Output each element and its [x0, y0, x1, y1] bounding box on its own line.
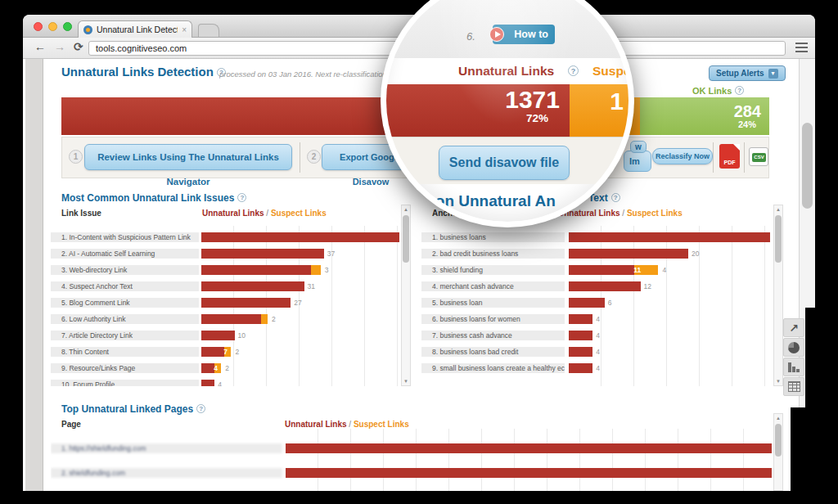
step-1-badge: 1: [69, 150, 83, 164]
suspect-bar: [311, 265, 321, 275]
chart-row: 1. In-Content with Suspicious Pattern Li…: [51, 232, 399, 242]
page-title: Unnatural Links Detection?: [61, 65, 226, 79]
chart-row-label: 1. https://shieldfunding.com: [51, 443, 282, 453]
chart-row-label: 2. AI - Automatic Self Learning: [51, 249, 199, 259]
unnatural-value-label: 4: [218, 380, 222, 386]
unnatural-bar: [569, 298, 605, 308]
chart-row: 4. merchant cash advance12: [421, 281, 772, 291]
import-disavow-button-fragment-2: w: [630, 141, 647, 153]
tab-title: Unnatural Link Detection: [97, 25, 178, 34]
chart-row: 9. small business loans create a healthy…: [421, 363, 772, 373]
tab-close-icon[interactable]: ×: [182, 25, 187, 34]
unnatural-value-label: 12: [644, 282, 651, 290]
table-grid-icon[interactable]: [783, 377, 804, 396]
pages-panel-title: Top Unnatural Linked Pages?: [61, 401, 205, 416]
unnatural-value-label: 11: [633, 266, 641, 274]
zoom-window-icon[interactable]: [63, 22, 72, 31]
browser-scrollbar-thumb[interactable]: [802, 123, 813, 209]
unnatural-bar: [569, 249, 688, 259]
page-left-gutter: [25, 59, 43, 491]
unnatural-bar: [569, 281, 641, 291]
unnatural-value-label: 4: [214, 364, 218, 372]
issues-scrollbar[interactable]: ▲ ▼: [401, 205, 411, 386]
ok-links-bar: 284 24%: [640, 97, 769, 135]
suspect-value-label: 4: [663, 266, 667, 274]
chart-row-label: 1. business loans: [421, 232, 565, 242]
unnatural-value-label: 4: [596, 315, 600, 323]
send-disavow-button[interactable]: Send disavow file: [439, 146, 570, 180]
chart-row: 7. Article Directory Link10: [51, 331, 399, 340]
chart-row-label: 6. business loans for women: [421, 314, 565, 324]
chart-row-label: 4. merchant cash advance: [421, 281, 565, 291]
unnatural-bar: [569, 331, 592, 340]
unnatural-value-label: 10: [238, 331, 246, 340]
pie-chart-icon[interactable]: [783, 338, 804, 357]
chart-row-label: 9. small business loans create a healthy…: [421, 363, 565, 373]
magnified-note-fragment: 6.: [466, 30, 475, 43]
chart-row-label: 2. shieldfunding.com: [51, 468, 282, 478]
anchors-scrollbar[interactable]: ▲ ▼: [773, 205, 783, 386]
crop-mask: [791, 407, 838, 504]
chart-row-label: 4. Suspect Anchor Text: [51, 281, 199, 291]
close-window-icon[interactable]: [34, 22, 43, 31]
chart-row-label: 10. Forum Profile: [51, 380, 199, 386]
suspect-links-value-fragment: 1: [610, 88, 624, 115]
step-2-badge: 2: [307, 150, 321, 164]
import-disavow-button-fragment[interactable]: Im: [624, 151, 651, 172]
forward-button[interactable]: →: [54, 40, 65, 53]
unnatural-value-label: 7: [223, 348, 228, 356]
suspect-value-label: 2: [225, 364, 229, 372]
new-tab-button[interactable]: [198, 24, 219, 37]
unnatural-value-label: 31: [308, 282, 315, 290]
suspect-value-label: 2: [235, 348, 239, 356]
chart-row-label: 9. Resource/Links Page: [51, 363, 199, 373]
chart-row-label: 3. Web-directory Link: [51, 265, 199, 275]
chart-row-label: 5. business loan: [421, 298, 565, 308]
unnatural-bar: [201, 298, 291, 308]
chart-row: 10. Forum Profile4: [51, 380, 399, 386]
menu-icon[interactable]: [795, 43, 808, 52]
bar-chart-icon[interactable]: [783, 358, 804, 376]
unnatural-bar: [569, 265, 634, 275]
setup-alerts-button[interactable]: Setup Alerts ▼: [709, 65, 786, 81]
unnatural-value-label: 37: [327, 250, 335, 258]
review-links-button[interactable]: Review Links Using The Unnatural Links N…: [84, 144, 292, 170]
side-toolbar: ↗: [783, 318, 804, 397]
unnatural-bar: [286, 443, 772, 453]
expand-arrow-icon[interactable]: ↗: [783, 318, 804, 337]
reload-button[interactable]: ⟳: [74, 40, 83, 53]
issues-col-label: Link Issue: [61, 209, 101, 218]
pages-scrollbar[interactable]: ▲: [773, 413, 783, 491]
unnatural-bar: [201, 281, 304, 291]
ok-links-label: OK Links?: [692, 86, 744, 96]
suspect-bar: [261, 314, 268, 324]
help-icon[interactable]: ?: [196, 404, 205, 413]
unnatural-bar: [201, 347, 224, 357]
unnatural-value-label: 6: [608, 299, 612, 307]
magnified-unnatural-links-label: Unnatural Links: [458, 64, 554, 79]
how-to-button[interactable]: How to: [493, 25, 555, 44]
help-icon[interactable]: ?: [611, 193, 620, 202]
unnatural-bar: [201, 314, 261, 324]
unnatural-bar: [569, 347, 592, 357]
csv-export-icon[interactable]: CSV: [749, 147, 768, 166]
chart-row-label: 7. business cash advance: [421, 331, 565, 340]
help-icon[interactable]: ?: [735, 86, 744, 95]
back-button[interactable]: ←: [34, 40, 46, 53]
chevron-down-icon: ▼: [768, 69, 778, 79]
browser-tab[interactable]: Unnatural Link Detection ×: [78, 20, 192, 38]
divider: [713, 142, 714, 173]
issues-col-values: Unnatural Links / Suspect Links: [202, 209, 327, 218]
chart-row: 7. business cash advance4: [421, 331, 772, 340]
chart-row: 2. shieldfunding.com: [51, 468, 774, 478]
reclassify-now-button[interactable]: Reclassify Now: [652, 148, 713, 164]
unnatural-bar: [201, 380, 214, 386]
minimize-window-icon[interactable]: [48, 22, 57, 31]
chart-row: 8. business loans bad credit4: [421, 347, 772, 357]
help-icon[interactable]: ?: [237, 193, 246, 202]
play-icon: [489, 27, 504, 42]
ok-links-pct: 24%: [738, 119, 756, 129]
pdf-export-icon[interactable]: PDF: [719, 144, 740, 169]
chart-row: 6. Low Authority Link2: [51, 314, 399, 324]
unnatural-value-label: 20: [692, 250, 699, 258]
